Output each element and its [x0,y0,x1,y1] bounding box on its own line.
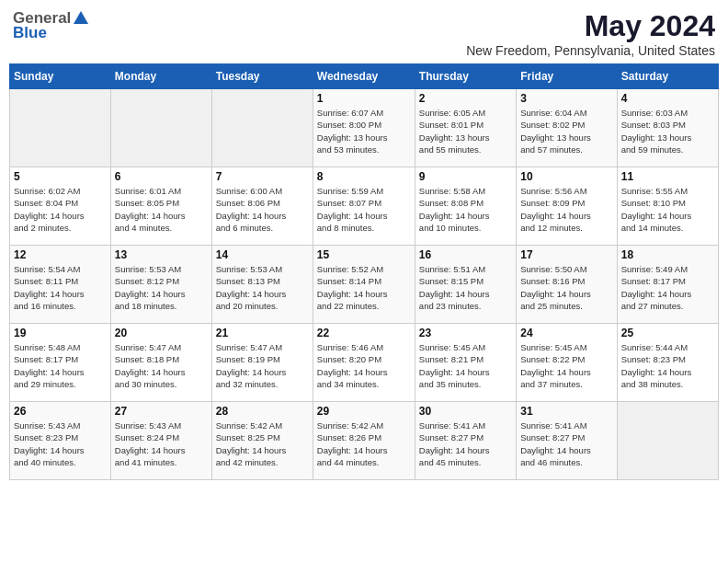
day-info: Sunrise: 6:02 AM [14,185,107,197]
day-info: and 4 minutes. [115,222,208,234]
day-number: 24 [520,327,612,339]
day-info: Daylight: 14 hours [419,366,512,378]
day-info: Sunrise: 5:53 AM [216,263,309,275]
day-info: Sunset: 8:23 PM [14,431,107,443]
day-info: Sunset: 8:18 PM [115,353,208,365]
header-monday: Monday [110,64,211,89]
day-number: 14 [216,248,309,261]
day-info: Sunset: 8:20 PM [317,353,411,365]
day-info: Sunset: 8:14 PM [317,275,411,287]
calendar-week-row: 19Sunrise: 5:48 AMSunset: 8:17 PMDayligh… [10,324,719,402]
day-info: Daylight: 13 hours [419,132,512,144]
page-header: General Blue May 2024 New Freedom, Penns… [9,9,719,58]
day-info: Daylight: 14 hours [14,366,107,378]
header-sunday: Sunday [10,64,111,89]
day-info: and 10 minutes. [419,222,512,234]
day-info: and 18 minutes. [115,300,208,312]
month-title: May 2024 [466,9,715,43]
day-info: and 46 minutes. [520,456,612,468]
table-row: 6Sunrise: 6:01 AMSunset: 8:05 PMDaylight… [110,167,211,246]
table-row: 19Sunrise: 5:48 AMSunset: 8:17 PMDayligh… [10,324,111,402]
table-row: 9Sunrise: 5:58 AMSunset: 8:08 PMDaylight… [415,167,516,246]
day-info: Sunset: 8:25 PM [216,431,309,443]
day-info: Sunrise: 6:00 AM [216,185,309,197]
calendar-table: Sunday Monday Tuesday Wednesday Thursday… [9,63,719,480]
day-info: Sunset: 8:27 PM [520,431,612,443]
day-info: Sunset: 8:03 PM [621,119,714,131]
calendar-week-row: 26Sunrise: 5:43 AMSunset: 8:23 PMDayligh… [10,402,719,480]
table-row: 20Sunrise: 5:47 AMSunset: 8:18 PMDayligh… [110,324,211,402]
table-row [211,89,313,167]
day-info: Sunset: 8:16 PM [520,275,612,287]
table-row: 26Sunrise: 5:43 AMSunset: 8:23 PMDayligh… [10,402,111,480]
day-info: Daylight: 14 hours [520,366,612,378]
day-info: Daylight: 14 hours [520,210,612,222]
day-number: 17 [520,248,612,261]
day-info: Sunrise: 6:03 AM [621,107,714,119]
day-info: Sunset: 8:12 PM [115,275,208,287]
day-info: Sunset: 8:06 PM [216,197,309,209]
table-row: 12Sunrise: 5:54 AMSunset: 8:11 PMDayligh… [10,246,111,324]
table-row: 29Sunrise: 5:42 AMSunset: 8:26 PMDayligh… [313,402,415,480]
day-info: and 12 minutes. [520,222,612,234]
day-info: Sunrise: 5:59 AM [317,185,411,197]
day-info: Sunrise: 5:41 AM [419,419,512,431]
day-number: 8 [317,170,411,183]
day-info: and 6 minutes. [216,222,309,234]
day-number: 2 [419,92,512,105]
day-info: and 55 minutes. [419,144,512,155]
day-info: Daylight: 13 hours [621,132,714,144]
day-info: Sunrise: 5:47 AM [115,341,208,353]
day-number: 13 [115,248,208,261]
day-info: Daylight: 14 hours [317,210,411,222]
day-number: 30 [419,405,512,418]
day-info: Sunrise: 5:55 AM [621,185,714,197]
table-row [617,402,718,480]
day-number: 11 [621,170,714,183]
day-number: 31 [520,405,612,418]
table-row: 31Sunrise: 5:41 AMSunset: 8:27 PMDayligh… [517,402,617,480]
day-info: Sunrise: 5:43 AM [14,419,107,431]
day-info: Sunrise: 5:49 AM [621,263,714,275]
day-number: 27 [115,405,208,418]
day-info: Sunrise: 5:52 AM [317,263,411,275]
day-info: Sunrise: 5:48 AM [14,341,107,353]
day-info: Sunrise: 5:46 AM [317,341,411,353]
day-info: Daylight: 14 hours [216,210,309,222]
day-info: Sunset: 8:24 PM [115,431,208,443]
day-info: Sunrise: 5:56 AM [520,185,612,197]
day-info: and 16 minutes. [14,300,107,312]
logo-blue-text: Blue [13,24,47,42]
day-info: Sunrise: 5:51 AM [419,263,512,275]
day-info: and 53 minutes. [317,144,411,155]
day-info: Daylight: 14 hours [216,444,309,456]
day-info: Sunset: 8:17 PM [621,275,714,287]
day-info: and 22 minutes. [317,300,411,312]
day-info: Daylight: 14 hours [621,366,714,378]
day-info: Sunrise: 5:50 AM [520,263,612,275]
day-info: Daylight: 14 hours [520,444,612,456]
table-row: 2Sunrise: 6:05 AMSunset: 8:01 PMDaylight… [415,89,516,167]
day-number: 19 [14,327,107,339]
header-thursday: Thursday [415,64,516,89]
day-number: 21 [216,327,309,339]
table-row: 21Sunrise: 5:47 AMSunset: 8:19 PMDayligh… [211,324,313,402]
day-info: Sunrise: 6:04 AM [520,107,612,119]
day-info: and 41 minutes. [115,456,208,468]
table-row: 5Sunrise: 6:02 AMSunset: 8:04 PMDaylight… [10,167,111,246]
day-number: 7 [216,170,309,183]
location-subtitle: New Freedom, Pennsylvania, United States [466,43,715,58]
day-number: 25 [621,327,714,339]
day-number: 29 [317,405,411,418]
table-row: 1Sunrise: 6:07 AMSunset: 8:00 PMDaylight… [313,89,415,167]
day-info: Daylight: 14 hours [621,210,714,222]
day-number: 10 [520,170,612,183]
day-info: and 30 minutes. [115,378,208,390]
day-number: 23 [419,327,512,339]
day-info: Sunset: 8:01 PM [419,119,512,131]
day-info: and 57 minutes. [520,144,612,155]
day-info: Daylight: 14 hours [419,210,512,222]
day-info: Sunrise: 5:54 AM [14,263,107,275]
day-info: Sunrise: 5:43 AM [115,419,208,431]
day-info: and 2 minutes. [14,222,107,234]
